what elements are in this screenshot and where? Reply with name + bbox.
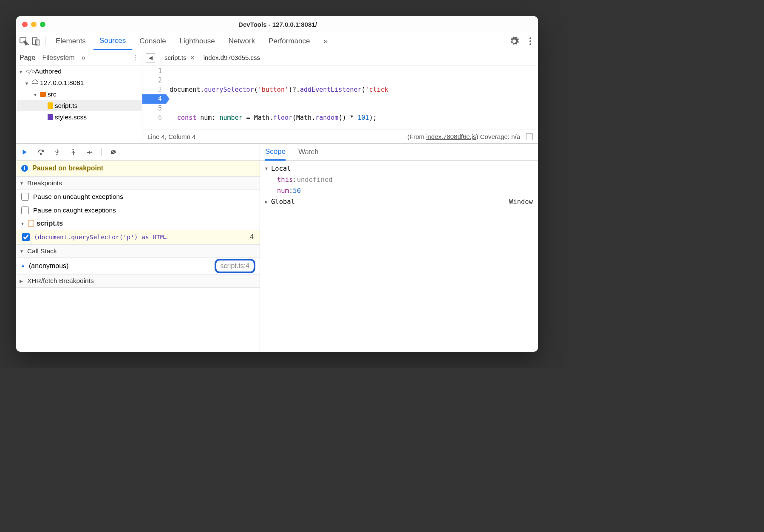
editor-tab-index-css[interactable]: index.d9703d55.css [200, 50, 263, 65]
cursor-position: Line 4, Column 4 [147, 133, 195, 140]
step-out-icon[interactable] [69, 148, 77, 156]
breakpoint-file-row[interactable]: ▼script.ts [16, 217, 260, 230]
editor-tab-script-ts[interactable]: script.ts✕ [161, 50, 198, 65]
scope-tab-watch[interactable]: Watch [298, 144, 319, 160]
tab-sources[interactable]: Sources [93, 33, 132, 50]
section-callstack[interactable]: ▼Call Stack [16, 244, 260, 258]
tree-file-styles-scss[interactable]: styles.scss [16, 111, 142, 123]
svg-point-7 [57, 154, 58, 155]
file-icon [48, 102, 53, 109]
code-lines[interactable]: document.querySelector('button')?.addEve… [166, 65, 538, 130]
pause-uncaught-row[interactable]: Pause on uncaught exceptions [16, 190, 260, 204]
coverage-toggle-icon[interactable] [526, 133, 533, 140]
sidebar-tabs-overflow[interactable]: » [82, 54, 85, 62]
kebab-menu-icon[interactable] [525, 36, 535, 46]
info-icon: i [21, 165, 28, 172]
sidebar-kebab-icon[interactable]: ⋮ [132, 54, 139, 62]
breakpoint-marker: 4 [142, 94, 166, 104]
editor-statusbar: Line 4, Column 4 (From index.7808df6e.js… [142, 130, 538, 143]
debugger-panel: i Paused on breakpoint ▼Breakpoints Paus… [16, 144, 260, 352]
file-icon [48, 114, 53, 120]
tree-folder-src[interactable]: src [16, 88, 142, 100]
file-tree: </>Authored 127.0.0.1:8081 src script.ts… [16, 65, 142, 143]
main-content: Page Filesystem » ⋮ </>Authored 127.0.0.… [16, 50, 538, 352]
pause-caught-row[interactable]: Pause on caught exceptions [16, 204, 260, 217]
window-title: DevTools - 127.0.0.1:8081/ [23, 21, 532, 28]
tree-host[interactable]: 127.0.0.1:8081 [16, 77, 142, 88]
sidebar-tab-filesystem[interactable]: Filesystem [42, 54, 74, 62]
svg-point-6 [40, 153, 42, 155]
gutter[interactable]: 1 2 3 4 5 6 [142, 65, 166, 130]
svg-point-5 [529, 43, 531, 45]
callstack-frame[interactable]: ➧ (anonymous) script.ts:4 [16, 258, 260, 274]
scope-panel: Scope Watch ▼Local this: undefined num: … [260, 144, 538, 352]
debug-controls [16, 144, 260, 161]
step-icon[interactable] [85, 148, 93, 156]
code-area[interactable]: 1 2 3 4 5 6 document.querySelector('butt… [142, 65, 538, 130]
current-frame-icon: ➧ [20, 263, 25, 269]
section-breakpoints[interactable]: ▼Breakpoints [16, 176, 260, 190]
tree-file-script-ts[interactable]: script.ts [16, 100, 142, 111]
scope-body: ▼Local this: undefined num: 50 ▶GlobalWi… [260, 161, 538, 352]
callstack-location[interactable]: script.ts:4 [215, 259, 255, 273]
settings-icon[interactable] [509, 36, 519, 46]
navigator-sidebar: Page Filesystem » ⋮ </>Authored 127.0.0.… [16, 50, 142, 143]
inspect-element-icon[interactable] [19, 36, 29, 46]
sourcemap-origin-link[interactable]: index.7808df6e.js [426, 133, 476, 140]
breakpoint-checkbox[interactable] [22, 233, 30, 241]
close-tab-icon[interactable]: ✕ [190, 54, 195, 61]
breakpoint-entry[interactable]: (document.querySelector('p') as HTM…4 [16, 230, 260, 244]
step-into-icon[interactable] [53, 148, 61, 156]
tab-lighthouse[interactable]: Lighthouse [174, 32, 221, 50]
devtools-window: DevTools - 127.0.0.1:8081/ Elements Sour… [16, 16, 538, 352]
svg-point-9 [91, 151, 93, 153]
svg-point-8 [73, 149, 74, 150]
scope-global-header[interactable]: ▶GlobalWindow [265, 196, 533, 207]
cloud-icon [31, 79, 38, 87]
main-tabbar: Elements Sources Console Lighthouse Netw… [16, 32, 538, 50]
device-toolbar-icon[interactable] [31, 36, 41, 46]
scope-local-header[interactable]: ▼Local [265, 163, 533, 174]
breakpoint-file-icon [28, 221, 34, 226]
scope-tab-scope[interactable]: Scope [265, 144, 286, 161]
pause-caught-checkbox[interactable] [21, 207, 29, 214]
tabs-overflow[interactable]: » [318, 32, 334, 50]
source-editor: ◀ script.ts✕ index.d9703d55.css 1 2 3 4 … [142, 50, 538, 143]
toggle-navigator-icon[interactable]: ◀ [146, 53, 155, 62]
tree-authored[interactable]: </>Authored [16, 65, 142, 77]
titlebar: DevTools - 127.0.0.1:8081/ [16, 16, 538, 32]
svg-point-4 [529, 40, 531, 42]
tab-elements[interactable]: Elements [50, 32, 92, 50]
scope-var-num[interactable]: num: 50 [265, 185, 533, 196]
tab-console[interactable]: Console [133, 32, 172, 50]
step-over-icon[interactable] [37, 148, 45, 156]
scope-var-this[interactable]: this: undefined [265, 174, 533, 185]
code-icon: </> [25, 68, 33, 74]
svg-rect-1 [32, 38, 37, 44]
svg-point-3 [529, 37, 531, 39]
pause-uncaught-checkbox[interactable] [21, 193, 29, 201]
deactivate-breakpoints-icon[interactable] [109, 148, 118, 156]
section-xhr-breakpoints[interactable]: ▶XHR/fetch Breakpoints [16, 274, 260, 288]
folder-icon [40, 92, 46, 97]
sidebar-tab-page[interactable]: Page [20, 54, 35, 62]
tab-network[interactable]: Network [223, 32, 261, 50]
tab-performance[interactable]: Performance [263, 32, 316, 50]
resume-icon[interactable] [20, 148, 29, 156]
paused-banner: i Paused on breakpoint [16, 161, 260, 176]
